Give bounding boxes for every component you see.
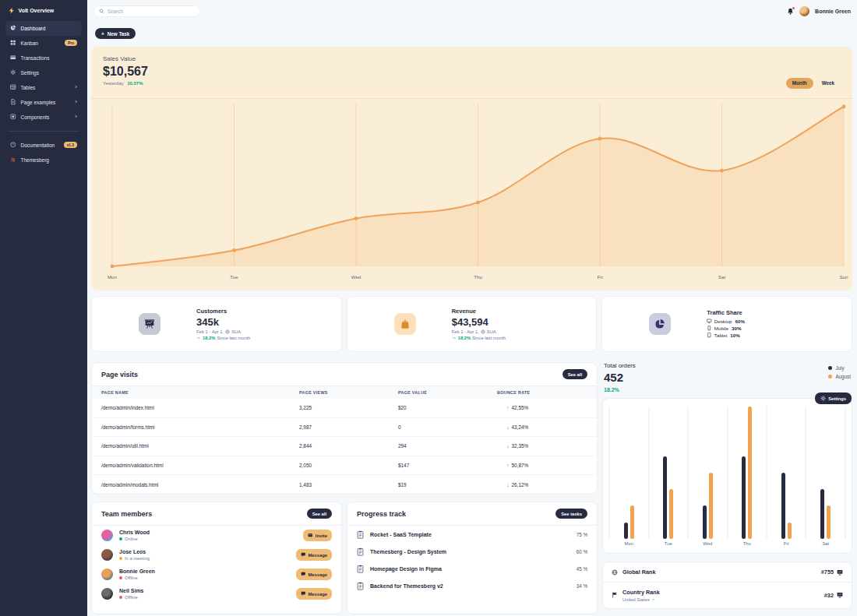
task-row: Themesberg - Design System 60 % <box>347 543 597 560</box>
orders-bar-chart <box>609 407 845 539</box>
team-member-row: Bonnie Green Offline Message <box>92 565 341 584</box>
range-week-button[interactable]: Week <box>816 78 841 89</box>
data-point <box>598 137 602 141</box>
task-list: Rocket - SaaS Template 75 % Themesberg -… <box>347 526 597 594</box>
x-axis-label: Fri <box>597 274 602 280</box>
sales-subtext: Yesterday 10.57% <box>103 81 148 86</box>
sidebar-item-components[interactable]: Components › <box>5 110 82 125</box>
bar-august <box>630 505 634 539</box>
see-tasks-button[interactable]: See tasks <box>555 509 587 519</box>
task-percent: 60 % <box>577 549 587 554</box>
rank-label: Global Rank <box>622 568 656 576</box>
badge: v1.3 <box>64 142 77 148</box>
page-value: $147 <box>389 463 488 468</box>
sidebar-item-settings[interactable]: Settings <box>5 65 82 80</box>
bar-august <box>827 505 831 539</box>
see-all-button[interactable]: See all <box>307 509 332 519</box>
page-name: /demo/admin/util.html <box>92 443 290 449</box>
bar-group-sat <box>806 407 846 539</box>
bar-july <box>663 456 667 539</box>
bar-group-fri <box>767 407 806 539</box>
stat-cards-row: Customers 345k Feb 1 - Apr 1, SUA 18,2% … <box>91 296 852 352</box>
clipboard-icon <box>357 547 364 556</box>
traffic-share-card: Traffic Share Desktop60% Mobile30% Table… <box>601 296 852 352</box>
chat-icon <box>301 552 306 558</box>
arrow-down-icon: ↓ <box>497 443 510 449</box>
page-name: /demo/admin/modals.html <box>92 482 290 488</box>
clipboard-icon <box>357 565 364 573</box>
notification-dot <box>792 7 795 10</box>
data-point <box>354 216 358 220</box>
main-content: Bonnie Green + New Task Sales Value $10,… <box>87 0 857 616</box>
range-month-button[interactable]: Month <box>786 78 813 89</box>
bounce-rate: ↑42,55% <box>488 405 597 410</box>
member-avatar <box>101 530 113 541</box>
shopping-bag-icon <box>394 313 416 335</box>
rank-value: #32 <box>824 592 834 599</box>
page-name: /demo/admin/index.html <box>92 405 290 410</box>
rank-card: Global Rank #755 Country Rank United Sta… <box>602 561 852 609</box>
sales-line-chart: MonTueWedThuFriSatSun <box>91 99 852 290</box>
member-avatar <box>101 549 113 561</box>
range-toggle: MonthWeek <box>786 68 841 98</box>
mid-row: Page visits See all PAGE NAME PAGE VIEWS… <box>91 362 852 614</box>
user-avatar[interactable] <box>799 6 809 16</box>
sidebar-secondary-nav: ? Documentation v1.3 Themesberg <box>5 138 82 167</box>
search-input[interactable] <box>108 9 195 14</box>
status-dot <box>119 537 122 540</box>
sidebar-item-kanban[interactable]: Kanban Pro <box>5 36 82 51</box>
notifications-bell-icon[interactable] <box>787 8 794 15</box>
table-row: /demo/admin/index.html 3,225 $20 ↑42,55% <box>92 399 597 418</box>
member-status: Offline <box>119 595 144 600</box>
member-avatar <box>101 568 113 580</box>
new-task-button[interactable]: + New Task <box>95 28 136 39</box>
settings-button[interactable]: Settings <box>815 392 852 404</box>
x-axis-label: Thu <box>728 541 767 546</box>
sidebar-item-page-examples[interactable]: Page examples › <box>5 95 82 110</box>
sidebar-brand[interactable]: Volt Overview <box>5 5 82 21</box>
user-name[interactable]: Bonnie Green <box>815 9 851 14</box>
see-all-button[interactable]: See all <box>563 369 587 379</box>
x-axis-label: Fri <box>767 541 806 546</box>
member-name: Neil Sims <box>119 588 144 593</box>
table-header: PAGE NAME PAGE VIEWS PAGE VALUE BOUNCE R… <box>92 386 597 399</box>
task-row: Backend for Themesberg v2 34 % <box>347 577 597 594</box>
member-name: Chris Wood <box>119 530 150 535</box>
sales-title: Sales Value <box>103 55 148 62</box>
page-value: 0 <box>389 424 488 430</box>
bar-group-thu <box>728 407 767 539</box>
sidebar: Volt Overview Dashboard Kanban Pro Trans… <box>0 0 87 616</box>
search-icon <box>99 9 104 14</box>
x-axis-label: Wed <box>351 274 361 280</box>
globe-icon <box>481 329 485 334</box>
invite-button[interactable]: Invite <box>303 530 332 541</box>
sidebar-item-dashboard[interactable]: Dashboard <box>5 21 82 36</box>
sidebar-item-documentation[interactable]: ? Documentation v1.3 <box>5 138 82 153</box>
sidebar-item-tables[interactable]: Tables › <box>5 80 82 95</box>
flag-icon <box>612 592 618 598</box>
bolt-icon <box>9 8 15 14</box>
bounce-rate: ↓43,24% <box>488 424 597 430</box>
status-dot <box>119 576 122 579</box>
traffic-row-tablet: Tablet10% <box>707 332 745 339</box>
team-member-row: Neil Sims Offline Message <box>92 584 341 604</box>
team-members-card: Team members See all Chris Wood Online I… <box>91 502 342 614</box>
sidebar-item-label: Page examples <box>21 100 56 105</box>
message-button[interactable]: Message <box>296 568 332 580</box>
x-axis-label: Sat <box>806 541 846 546</box>
sidebar-item-label: Kanban <box>21 40 38 46</box>
gear-icon <box>10 69 16 76</box>
table-row: /demo/admin/forms.html 2,987 0 ↓43,24% <box>92 418 597 438</box>
message-button[interactable]: Message <box>296 549 332 561</box>
message-button[interactable]: Message <box>296 588 332 600</box>
page-name: /demo/admin/validation.html <box>92 463 290 468</box>
svg-text:?: ? <box>12 143 15 147</box>
orders-bar-chart-labels: MonTueWedThuFriSat <box>609 539 845 548</box>
task-row: Homepage Design in Figma 45 % <box>347 560 597 577</box>
app-root: Volt Overview Dashboard Kanban Pro Trans… <box>0 0 857 616</box>
rank-sublabel: United States <box>622 597 660 602</box>
sidebar-item-transactions[interactable]: Transactions <box>5 51 82 65</box>
member-status: Offline <box>119 576 155 580</box>
sidebar-item-themesberg[interactable]: Themesberg <box>5 153 82 167</box>
orders-panel: Total orders 452 18.2% July August Setti… <box>602 362 852 614</box>
